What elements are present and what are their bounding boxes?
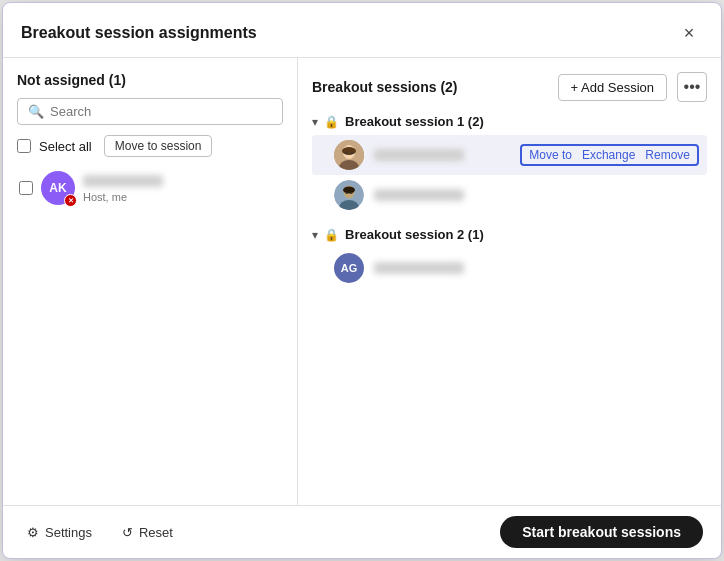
dialog-title: Breakout session assignments bbox=[21, 24, 257, 42]
lock-icon: 🔒 bbox=[324, 115, 339, 129]
host-badge: ✕ bbox=[64, 194, 77, 207]
not-assigned-panel: Not assigned (1) 🔍 Select all Move to se… bbox=[3, 58, 298, 505]
not-assigned-title: Not assigned (1) bbox=[17, 72, 283, 88]
move-to-link[interactable]: Move to bbox=[526, 147, 575, 163]
start-breakout-button[interactable]: Start breakout sessions bbox=[500, 516, 703, 548]
settings-label: Settings bbox=[45, 525, 92, 540]
avatar: AK ✕ bbox=[41, 171, 75, 205]
search-icon: 🔍 bbox=[28, 104, 44, 119]
right-header: Breakout sessions (2) + Add Session ••• bbox=[312, 72, 707, 102]
dialog-body: Not assigned (1) 🔍 Select all Move to se… bbox=[3, 58, 721, 505]
session-group-1: ▾ 🔒 Breakout session 1 (2) bbox=[312, 114, 707, 215]
add-session-button[interactable]: + Add Session bbox=[558, 74, 667, 101]
person-name-blur bbox=[83, 175, 163, 187]
search-input[interactable] bbox=[50, 104, 272, 119]
session-member-1: Move to Exchange Remove bbox=[312, 135, 707, 175]
person-host-label: Host, me bbox=[83, 191, 163, 203]
svg-point-11 bbox=[351, 192, 353, 194]
reset-icon: ↺ bbox=[122, 525, 133, 540]
session-2-name: Breakout session 2 (1) bbox=[345, 227, 484, 242]
person-info: Host, me bbox=[83, 173, 163, 203]
search-box[interactable]: 🔍 bbox=[17, 98, 283, 125]
member-actions: Move to Exchange Remove bbox=[520, 144, 699, 166]
breakout-sessions-title: Breakout sessions (2) bbox=[312, 79, 548, 95]
session-member-ag: AG bbox=[312, 248, 707, 288]
reset-button[interactable]: ↺ Reset bbox=[116, 521, 179, 544]
svg-point-10 bbox=[346, 192, 348, 194]
close-button[interactable]: × bbox=[675, 19, 703, 47]
member-1-avatar bbox=[334, 140, 364, 170]
session-2-header: ▾ 🔒 Breakout session 2 (1) bbox=[312, 227, 707, 242]
select-all-checkbox[interactable] bbox=[17, 139, 31, 153]
member-2-avatar bbox=[334, 180, 364, 210]
svg-point-4 bbox=[345, 152, 347, 154]
session-1-header: ▾ 🔒 Breakout session 1 (2) bbox=[312, 114, 707, 129]
lock-2-icon: 🔒 bbox=[324, 228, 339, 242]
person-checkbox[interactable] bbox=[19, 181, 33, 195]
ag-initials: AG bbox=[341, 262, 358, 274]
person-row: AK ✕ Host, me bbox=[17, 167, 283, 209]
select-all-row: Select all Move to session bbox=[17, 135, 283, 157]
dialog-footer: ⚙ Settings ↺ Reset Start breakout sessio… bbox=[3, 505, 721, 558]
select-all-label: Select all bbox=[39, 139, 92, 154]
svg-point-9 bbox=[343, 187, 355, 194]
avatar-initials: AK bbox=[49, 181, 66, 195]
breakout-dialog: Breakout session assignments × Not assig… bbox=[2, 2, 722, 559]
chevron-2-icon[interactable]: ▾ bbox=[312, 228, 318, 242]
dialog-header: Breakout session assignments × bbox=[3, 3, 721, 58]
remove-link[interactable]: Remove bbox=[642, 147, 693, 163]
session-group-2: ▾ 🔒 Breakout session 2 (1) AG bbox=[312, 227, 707, 288]
move-to-session-button[interactable]: Move to session bbox=[104, 135, 213, 157]
member-ag-avatar: AG bbox=[334, 253, 364, 283]
footer-left: ⚙ Settings ↺ Reset bbox=[21, 521, 179, 544]
member-2-name-blur bbox=[374, 189, 464, 201]
more-options-button[interactable]: ••• bbox=[677, 72, 707, 102]
chevron-icon[interactable]: ▾ bbox=[312, 115, 318, 129]
settings-button[interactable]: ⚙ Settings bbox=[21, 521, 98, 544]
exchange-link[interactable]: Exchange bbox=[579, 147, 638, 163]
reset-label: Reset bbox=[139, 525, 173, 540]
member-ag-name-blur bbox=[374, 262, 464, 274]
member-1-name-blur bbox=[374, 149, 464, 161]
settings-icon: ⚙ bbox=[27, 525, 39, 540]
svg-point-3 bbox=[342, 147, 356, 155]
session-member-2 bbox=[312, 175, 707, 215]
session-1-name: Breakout session 1 (2) bbox=[345, 114, 484, 129]
svg-point-5 bbox=[351, 152, 353, 154]
breakout-sessions-panel: Breakout sessions (2) + Add Session ••• … bbox=[298, 58, 721, 505]
